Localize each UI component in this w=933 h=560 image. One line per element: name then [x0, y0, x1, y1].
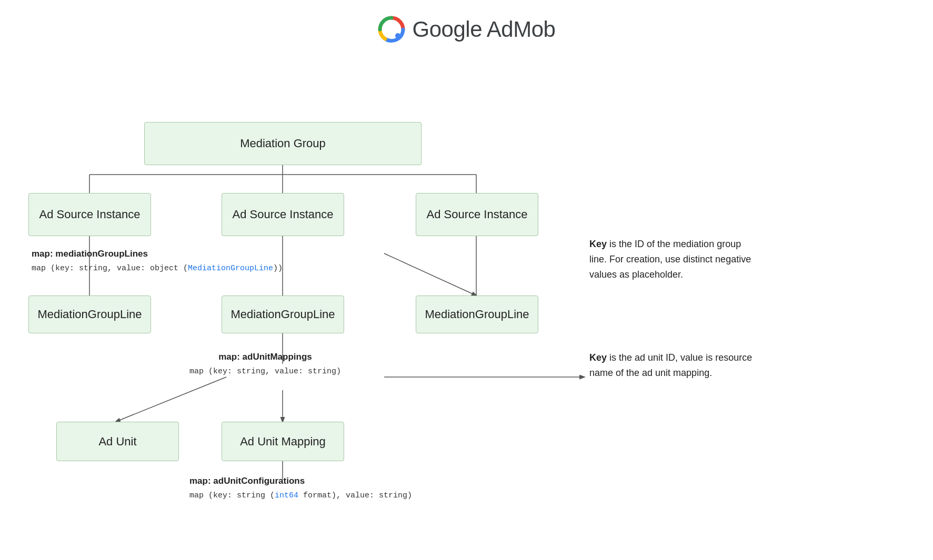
admob-logo-icon	[378, 16, 405, 43]
svg-point-1	[395, 33, 400, 38]
ad-unit-configurations-annotation: map: adUnitConfigurations map (key: stri…	[189, 474, 412, 502]
diagram-area: Mediation Group Ad Source Instance Ad So…	[0, 54, 933, 560]
mediation-group-line-3-box: MediationGroupLine	[416, 296, 538, 333]
mediation-group-box: Mediation Group	[144, 122, 422, 165]
ad-unit-mappings-annotation: map: adUnitMappings map (key: string, va…	[189, 350, 341, 378]
svg-line-10	[384, 253, 476, 296]
ad-source-instance-1-box: Ad Source Instance	[28, 193, 151, 236]
mediation-group-lines-annotation: map: mediationGroupLines map (key: strin…	[32, 247, 283, 274]
mediation-group-line-2-box: MediationGroupLine	[222, 296, 344, 333]
page-title: Google AdMob	[413, 17, 556, 42]
ad-unit-mapping-box: Ad Unit Mapping	[222, 422, 344, 461]
mediation-group-line-1-box: MediationGroupLine	[28, 296, 151, 333]
ad-unit-box: Ad Unit	[56, 422, 179, 461]
mediation-group-lines-key-note: Key is the ID of the mediation group lin…	[589, 237, 758, 282]
ad-source-instance-3-box: Ad Source Instance	[416, 193, 538, 236]
page-header: Google AdMob	[0, 0, 933, 54]
ad-unit-mappings-key-note: Key is the ad unit ID, value is resource…	[589, 350, 758, 381]
svg-line-13	[116, 377, 226, 422]
ad-source-instance-2-box: Ad Source Instance	[222, 193, 344, 236]
